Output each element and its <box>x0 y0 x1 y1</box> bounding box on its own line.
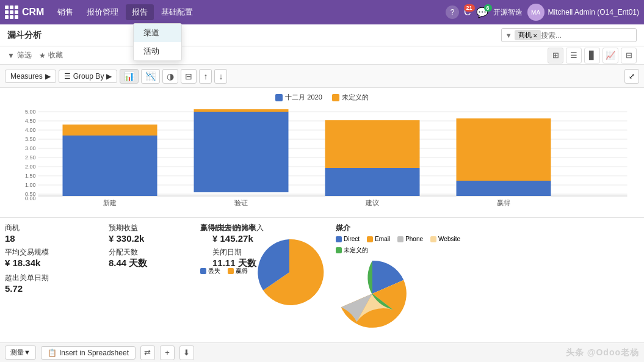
stats-row-2: 平均交易规模 ¥ 18.34k 分配天数 8.44 天数 关闭日期 11.11 … <box>5 247 190 269</box>
legend-orange-dot <box>332 94 339 101</box>
pie2-content: Direct Email Phone Website <box>336 236 470 330</box>
search-box[interactable]: ▼ 商机 × <box>501 28 637 42</box>
bar-xinjian-blue <box>63 136 157 196</box>
dropdown-item-activity[interactable]: 活动 <box>134 42 181 60</box>
pie1-container: 赢得/失去 的比率 丢失 赢得 <box>200 223 326 309</box>
pie2-label-direct: Direct <box>344 236 360 242</box>
view-table[interactable]: ⊟ <box>621 48 637 63</box>
svg-text:2.50: 2.50 <box>25 154 36 161</box>
app-logo[interactable]: CRM <box>5 5 44 19</box>
pie2-label-email: Email <box>375 236 390 242</box>
sort-asc-icon-btn[interactable]: ↑ <box>199 69 212 84</box>
svg-text:4.50: 4.50 <box>25 118 36 124</box>
search-tag: 商机 × <box>515 30 541 40</box>
pie2-legend-direct: Direct <box>336 236 360 242</box>
collect-button[interactable]: ★ 收藏 <box>39 50 63 60</box>
topnav-right: ? C 21 💬 6 开源智造 MA Mitchell Admin (O14_E… <box>446 4 639 21</box>
svg-text:2.00: 2.00 <box>25 164 36 170</box>
bottom-icon-1[interactable]: ⇄ <box>140 346 155 360</box>
measures-arrow: ▶ <box>45 72 51 81</box>
bar-yingde-orange <box>457 118 551 181</box>
svg-text:新建: 新建 <box>103 199 117 206</box>
pie2-title: 媒介 <box>336 223 350 233</box>
chart-bar-icon-btn[interactable]: 📊 <box>120 69 139 84</box>
pie2-legend-undefined: 未定义的 <box>336 246 368 255</box>
filter-icon: ▼ <box>505 32 512 39</box>
groupby-arrow: ▶ <box>106 72 112 81</box>
view-list[interactable]: ☰ <box>566 48 582 63</box>
help-button[interactable]: ? <box>446 5 459 19</box>
view-trend[interactable]: 📈 <box>602 48 618 63</box>
search-input[interactable] <box>541 31 632 40</box>
legend-orange-label: 未定义的 <box>342 93 369 102</box>
bottom-bar: 测量▼ 📋 Insert in Spreadsheet ⇄ + ⬇ 头条 @Od… <box>0 342 644 362</box>
search-tag-remove[interactable]: × <box>534 32 537 39</box>
grid-icon <box>5 5 18 19</box>
stats-row-3: 超出关单日期 5.72 <box>5 273 190 294</box>
svg-text:3.50: 3.50 <box>25 136 36 142</box>
svg-text:3.00: 3.00 <box>25 145 36 151</box>
expand-button[interactable]: ⤢ <box>624 69 639 84</box>
measure-dropdown-button[interactable]: 测量▼ <box>5 346 36 360</box>
chart-table-icon-btn[interactable]: ⊟ <box>181 69 197 84</box>
filter-funnel-icon: ▼ <box>7 51 15 60</box>
bar-jianyi-blue <box>325 168 420 196</box>
chart-area: 十二月 2020 未定义的 5.00 4.50 4.00 3 <box>0 88 644 217</box>
bar-yingde-blue <box>457 181 551 196</box>
svg-text:4.00: 4.00 <box>25 127 36 133</box>
pie2-dot-undefined <box>336 247 342 253</box>
svg-text:0.00: 0.00 <box>25 195 36 201</box>
spreadsheet-icon: 📋 <box>48 349 57 357</box>
stats-pie-area: 商机 18 预期收益 ¥ 330.2k 按比例分摊收入 ¥ 145.27k 平均… <box>0 217 644 342</box>
svg-text:1.00: 1.00 <box>25 182 36 188</box>
search-bar: ▼ 商机 × <box>322 28 637 42</box>
svg-text:1.50: 1.50 <box>25 173 36 179</box>
legend-blue: 十二月 2020 <box>275 93 322 102</box>
pie-charts-area: 赢得/失去 的比率 丢失 赢得 <box>195 220 644 342</box>
legend-blue-label: 十二月 2020 <box>285 93 322 102</box>
menu-pricing[interactable]: 报价管理 <box>81 4 125 20</box>
svg-text:5.00: 5.00 <box>25 109 36 115</box>
pie2-container: 媒介 Direct Email Phone <box>336 223 470 330</box>
chart-line-icon-btn[interactable]: 📉 <box>141 69 160 84</box>
reports-dropdown: 渠道 活动 <box>133 23 182 61</box>
legend-blue-dot <box>275 94 283 101</box>
pie2-dot-email <box>367 236 373 242</box>
user-info[interactable]: MA Mitchell Admin (O14_Ent01) <box>527 4 639 21</box>
view-bar-chart[interactable]: ▊ <box>584 48 600 63</box>
bar-yanzheng-blue <box>194 112 289 192</box>
pie2-dot-direct <box>336 236 342 242</box>
app-name: CRM <box>22 7 44 18</box>
menu-sales[interactable]: 销售 <box>51 4 79 20</box>
bottom-icon-2[interactable]: + <box>160 346 175 360</box>
pie2-label-website: Website <box>438 236 460 242</box>
filter-button[interactable]: ▼ 筛选 <box>7 50 32 60</box>
notification-button[interactable]: C 21 <box>464 7 471 18</box>
menu-config[interactable]: 基础配置 <box>155 4 199 20</box>
view-controls: ⊞ ☰ ▊ 📈 ⊟ <box>548 48 637 63</box>
pie1-legend-loss: 丢失 <box>200 267 220 275</box>
legend-orange: 未定义的 <box>332 93 369 102</box>
view-kanban[interactable]: ⊞ <box>548 48 563 63</box>
chart-pie-icon-btn[interactable]: ◑ <box>162 69 178 84</box>
chart-legend: 十二月 2020 未定义的 <box>7 93 637 102</box>
insert-spreadsheet-button[interactable]: 📋 Insert in Spreadsheet <box>41 346 136 360</box>
measures-button[interactable]: Measures ▶ <box>5 70 56 83</box>
menu-reports[interactable]: 报告 <box>126 4 154 20</box>
message-button[interactable]: 💬 6 <box>476 7 488 18</box>
stats-row-1: 商机 18 预期收益 ¥ 330.2k 按比例分摊收入 ¥ 145.27k <box>5 223 190 244</box>
bar-jianyi-orange <box>325 120 420 168</box>
measures-label: Measures <box>10 72 43 81</box>
groupby-icon: ☰ <box>64 72 71 81</box>
toolbar: Measures ▶ ☰ Group By ▶ 📊 📉 ◑ ⊟ ↑ ↓ ⤢ <box>0 65 644 88</box>
svg-text:验证: 验证 <box>234 199 248 206</box>
notification-badge: 21 <box>464 4 475 12</box>
pie1-dot-loss <box>200 268 206 274</box>
sort-desc-icon-btn[interactable]: ↓ <box>214 69 227 84</box>
dropdown-item-pipeline[interactable]: 渠道 <box>134 24 181 42</box>
groupby-button[interactable]: ☰ Group By ▶ <box>59 70 118 83</box>
bottom-icon-3[interactable]: ⬇ <box>179 346 194 360</box>
user-name: Mitchell Admin (O14_Ent01) <box>548 8 639 16</box>
insert-label: Insert in Spreadsheet <box>59 349 129 357</box>
pie1-legend: 丢失 赢得 <box>200 267 248 275</box>
